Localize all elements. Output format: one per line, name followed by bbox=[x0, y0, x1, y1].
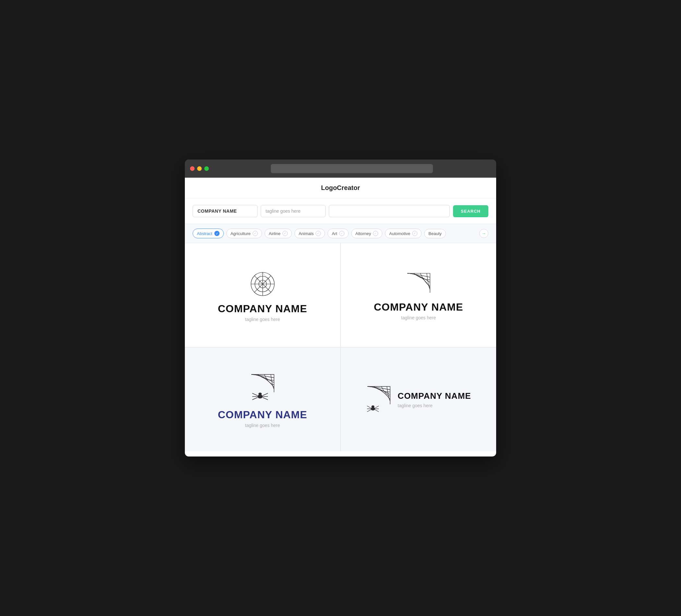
logo-card-1[interactable]: COMPANY NAME tagline goes here bbox=[185, 243, 340, 347]
logo-card-2[interactable]: COMPANY NAME tagline goes here bbox=[341, 243, 496, 347]
tagline-input[interactable] bbox=[261, 205, 326, 217]
industry-input[interactable] bbox=[329, 205, 450, 217]
filter-art-check bbox=[339, 231, 345, 236]
svg-line-16 bbox=[263, 397, 268, 400]
svg-line-22 bbox=[375, 406, 379, 408]
svg-line-11 bbox=[252, 393, 257, 395]
logo-3-tagline: tagline goes here bbox=[245, 423, 280, 428]
traffic-lights bbox=[190, 166, 209, 171]
filters-next-button[interactable]: → bbox=[479, 229, 488, 238]
filter-agriculture-label: Agriculture bbox=[231, 231, 251, 236]
filter-airline[interactable]: Airline bbox=[264, 229, 292, 238]
spiderweb-icon-2 bbox=[404, 270, 433, 296]
logo-grid: COMPANY NAME tagline goes here bbox=[185, 243, 496, 451]
logo-1-company: COMPANY NAME bbox=[218, 303, 307, 315]
filter-attorney-check bbox=[373, 231, 378, 236]
filter-agriculture[interactable]: Agriculture bbox=[226, 229, 262, 238]
svg-line-7 bbox=[254, 272, 262, 284]
svg-line-19 bbox=[367, 406, 371, 408]
svg-point-18 bbox=[372, 406, 375, 408]
filters-bar: Abstract Agriculture Airline Animals Art… bbox=[185, 224, 496, 243]
company-name-input[interactable] bbox=[193, 205, 257, 217]
logo-2-tagline: tagline goes here bbox=[401, 315, 436, 320]
spiderweb-icon-3 bbox=[247, 371, 279, 404]
filter-beauty-label: Beauty bbox=[428, 231, 442, 236]
maximize-button[interactable] bbox=[204, 166, 209, 171]
logo-4-tagline: tagline goes here bbox=[398, 403, 432, 408]
logo-card-4[interactable]: COMPANY NAME tagline goes here bbox=[341, 348, 496, 451]
filter-abstract-check bbox=[215, 231, 220, 236]
svg-line-14 bbox=[263, 393, 268, 395]
search-button[interactable]: SEARCH bbox=[453, 205, 488, 217]
filter-automotive-check bbox=[412, 231, 418, 236]
filter-attorney[interactable]: Attorney bbox=[351, 229, 382, 238]
svg-point-10 bbox=[258, 393, 262, 395]
logo-4-text-group: COMPANY NAME tagline goes here bbox=[398, 391, 471, 408]
url-bar[interactable] bbox=[271, 164, 433, 173]
close-button[interactable] bbox=[190, 166, 195, 171]
filter-airline-check bbox=[282, 231, 288, 236]
browser-window: LogoCreator SEARCH Abstract Agriculture … bbox=[185, 159, 496, 457]
search-bar: SEARCH bbox=[185, 199, 496, 224]
svg-line-21 bbox=[367, 410, 371, 412]
logo-1-tagline: tagline goes here bbox=[245, 317, 280, 322]
browser-content: LogoCreator SEARCH Abstract Agriculture … bbox=[185, 178, 496, 457]
filter-automotive-label: Automotive bbox=[389, 231, 410, 236]
filter-attorney-label: Attorney bbox=[355, 231, 371, 236]
filter-animals-check bbox=[316, 231, 321, 236]
app-title: LogoCreator bbox=[321, 184, 360, 191]
minimize-button[interactable] bbox=[197, 166, 202, 171]
logo-4-company: COMPANY NAME bbox=[398, 391, 471, 401]
filter-abstract-label: Abstract bbox=[197, 231, 212, 236]
filter-animals[interactable]: Animals bbox=[295, 229, 325, 238]
filter-abstract[interactable]: Abstract bbox=[193, 229, 224, 238]
browser-titlebar bbox=[185, 159, 496, 178]
logo-2-company: COMPANY NAME bbox=[374, 301, 463, 313]
spiderweb-icon-4 bbox=[366, 385, 392, 414]
filter-beauty[interactable]: Beauty bbox=[424, 229, 446, 238]
logo-3-company: COMPANY NAME bbox=[218, 409, 307, 421]
app-header: LogoCreator bbox=[185, 178, 496, 199]
svg-line-13 bbox=[252, 397, 257, 400]
logo-card-3[interactable]: COMPANY NAME tagline goes here bbox=[185, 348, 340, 451]
filter-airline-label: Airline bbox=[269, 231, 280, 236]
spiderweb-icon-1 bbox=[248, 268, 277, 298]
svg-line-24 bbox=[375, 410, 379, 412]
filter-art-label: Art bbox=[332, 231, 337, 236]
filter-agriculture-check bbox=[253, 231, 258, 236]
filter-animals-label: Animals bbox=[299, 231, 313, 236]
filter-art[interactable]: Art bbox=[328, 229, 349, 238]
svg-line-8 bbox=[263, 272, 271, 284]
filter-automotive[interactable]: Automotive bbox=[385, 229, 422, 238]
